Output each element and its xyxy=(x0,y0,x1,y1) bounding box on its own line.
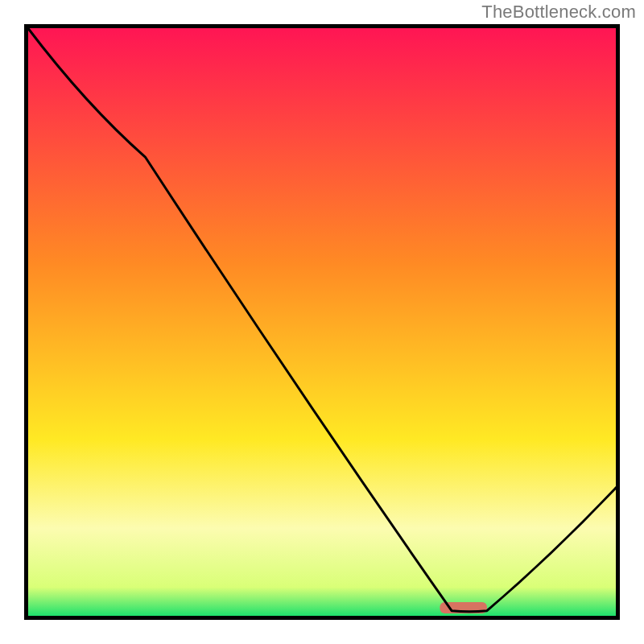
gradient-background xyxy=(27,27,617,617)
chart-svg xyxy=(24,24,620,620)
attribution-label: TheBottleneck.com xyxy=(481,2,636,23)
bottleneck-chart xyxy=(24,24,620,620)
